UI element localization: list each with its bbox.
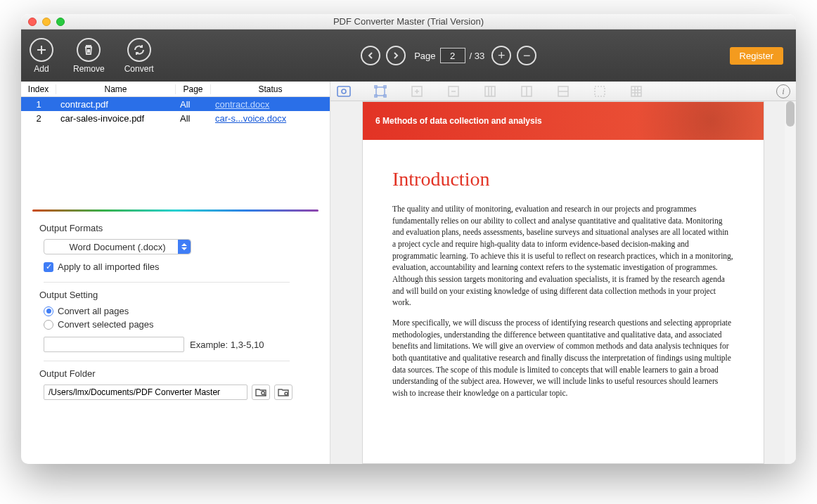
close-window-button[interactable] bbox=[28, 18, 37, 26]
folder-search-icon bbox=[255, 387, 266, 397]
svg-rect-14 bbox=[595, 86, 605, 96]
column-tool-icon[interactable] bbox=[482, 84, 498, 98]
cell-index: 2 bbox=[21, 113, 56, 124]
doc-heading: Introduction bbox=[392, 168, 734, 190]
view-tool-icon[interactable] bbox=[336, 84, 352, 98]
minimize-window-button[interactable] bbox=[42, 18, 51, 26]
add-label: Add bbox=[34, 64, 49, 74]
merge-tool-icon[interactable] bbox=[555, 84, 571, 98]
page-range-input[interactable] bbox=[44, 337, 184, 352]
plus-icon bbox=[30, 38, 53, 62]
pdf-page: 6 Methods of data collection and analysi… bbox=[362, 101, 764, 464]
doc-paragraph: The quality and utility of monitoring, e… bbox=[392, 203, 734, 309]
file-table: 1 contract.pdf All contract.docx 2 car-s… bbox=[21, 97, 330, 209]
register-button[interactable]: Register bbox=[730, 47, 783, 65]
preview-scrollbar[interactable] bbox=[785, 101, 796, 464]
svg-rect-15 bbox=[631, 86, 641, 96]
svg-rect-11 bbox=[485, 86, 495, 96]
output-setting-label: Output Setting bbox=[39, 290, 311, 300]
page-total: / 33 bbox=[470, 51, 485, 61]
crop-remove-icon[interactable] bbox=[446, 84, 461, 98]
convert-icon bbox=[127, 38, 151, 62]
crop-add-icon[interactable] bbox=[409, 84, 425, 98]
output-format-select[interactable]: Word Document (.docx) bbox=[44, 239, 191, 254]
table-tool-icon[interactable] bbox=[629, 84, 644, 98]
doc-paragraph: More specifically, we will discuss the p… bbox=[392, 317, 734, 399]
apply-all-checkbox[interactable] bbox=[44, 262, 53, 272]
add-button[interactable]: Add bbox=[30, 38, 53, 74]
maximize-window-button[interactable] bbox=[56, 18, 65, 26]
file-table-header: Index Name Page Status bbox=[21, 82, 330, 97]
reveal-folder-button[interactable] bbox=[252, 385, 270, 400]
convert-selected-radio[interactable] bbox=[44, 320, 53, 330]
page-label: Page bbox=[414, 51, 435, 61]
page-number-input[interactable] bbox=[440, 48, 465, 63]
col-index[interactable]: Index bbox=[21, 84, 56, 94]
col-status[interactable]: Status bbox=[211, 84, 330, 94]
col-name[interactable]: Name bbox=[56, 84, 176, 94]
table-row[interactable]: 2 car-sales-invoice.pdf All car-s...voic… bbox=[21, 111, 330, 125]
cell-page: All bbox=[176, 113, 211, 124]
pdf-preview[interactable]: 6 Methods of data collection and analysi… bbox=[330, 101, 796, 464]
convert-all-radio[interactable] bbox=[44, 306, 53, 316]
chevron-updown-icon bbox=[178, 240, 191, 254]
choose-folder-button[interactable] bbox=[274, 385, 292, 400]
svg-point-0 bbox=[262, 392, 264, 394]
svg-point-1 bbox=[285, 392, 288, 395]
folder-gear-icon bbox=[278, 387, 289, 397]
next-page-button[interactable] bbox=[386, 46, 406, 65]
scrollbar-thumb[interactable] bbox=[786, 101, 795, 127]
output-link[interactable]: contract.docx bbox=[215, 99, 269, 110]
remove-button[interactable]: Remove bbox=[73, 38, 105, 74]
preview-toolbar: i bbox=[330, 82, 796, 101]
zoom-out-button[interactable]: − bbox=[517, 46, 536, 65]
svg-point-3 bbox=[342, 89, 346, 93]
svg-rect-2 bbox=[337, 86, 350, 96]
output-formats-label: Output Formats bbox=[39, 223, 311, 233]
crop-select-icon[interactable] bbox=[373, 84, 388, 98]
zoom-in-button[interactable]: + bbox=[491, 46, 511, 65]
remove-label: Remove bbox=[73, 64, 105, 74]
cell-page: All bbox=[176, 99, 211, 110]
output-folder-input[interactable] bbox=[44, 385, 247, 400]
convert-selected-label: Convert selected pages bbox=[58, 319, 154, 330]
output-link[interactable]: car-s...voice.docx bbox=[215, 113, 286, 124]
prev-page-button[interactable] bbox=[361, 46, 380, 65]
convert-all-label: Convert all pages bbox=[58, 306, 129, 316]
trash-icon bbox=[77, 38, 101, 62]
col-page[interactable]: Page bbox=[176, 84, 211, 94]
titlebar: PDF Converter Master (Trial Version) bbox=[21, 14, 796, 30]
cell-index: 1 bbox=[21, 99, 56, 110]
convert-label: Convert bbox=[124, 64, 154, 74]
grid-tool-icon[interactable] bbox=[592, 84, 607, 98]
cell-name: car-sales-invoice.pdf bbox=[56, 113, 176, 124]
cell-name: contract.pdf bbox=[56, 99, 176, 110]
info-button[interactable]: i bbox=[776, 84, 790, 98]
apply-all-label: Apply to all imported files bbox=[58, 261, 160, 272]
output-folder-label: Output Folder bbox=[39, 368, 311, 379]
divider-rainbow bbox=[32, 209, 319, 212]
convert-button[interactable]: Convert bbox=[124, 38, 154, 74]
row-tool-icon[interactable] bbox=[519, 84, 534, 98]
format-selected-value: Word Document (.docx) bbox=[69, 242, 165, 252]
doc-banner: 6 Methods of data collection and analysi… bbox=[363, 102, 764, 140]
svg-rect-4 bbox=[376, 87, 385, 96]
window-title: PDF Converter Master (Trial Version) bbox=[21, 16, 796, 27]
range-example-label: Example: 1,3-5,10 bbox=[190, 340, 264, 350]
main-toolbar: Add Remove Convert Page / 33 + − Registe… bbox=[21, 30, 796, 82]
table-row[interactable]: 1 contract.pdf All contract.docx bbox=[21, 97, 330, 111]
banner-text: 6 Methods of data collection and analysi… bbox=[375, 116, 542, 126]
